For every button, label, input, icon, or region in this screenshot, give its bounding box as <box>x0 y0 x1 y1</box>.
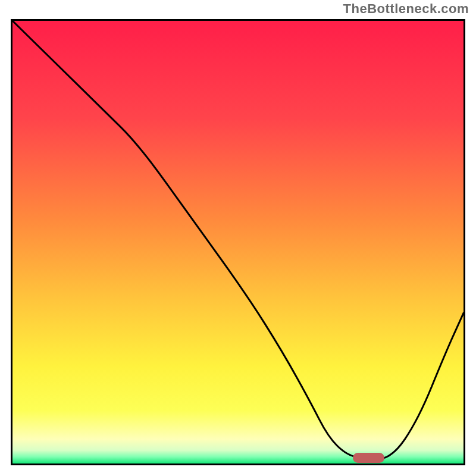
chart-frame <box>11 19 465 465</box>
watermark-text: TheBottleneck.com <box>343 1 469 17</box>
chart-plot <box>12 21 464 464</box>
optimal-marker <box>353 453 384 463</box>
